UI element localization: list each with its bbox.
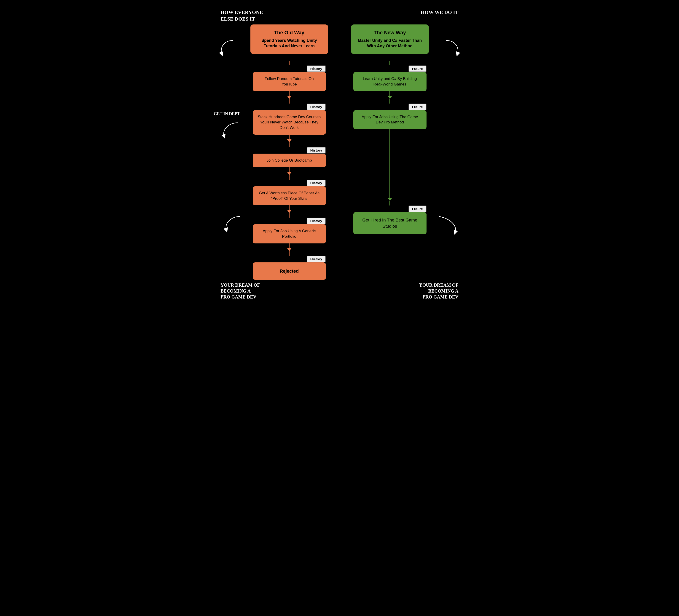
right-flow-item-2: Future Apply For Jobs Using The Game Dev… xyxy=(347,99,433,201)
left-line-6 xyxy=(289,251,290,256)
left-line-2 xyxy=(289,99,290,104)
left-line-1b xyxy=(289,91,290,96)
right-line-1b xyxy=(389,91,390,96)
left-arrow-1 xyxy=(287,96,292,99)
left-badge-row-2: History xyxy=(253,104,326,110)
bottom-right-label: Your Dream Of Becoming A Pro Game Dev xyxy=(419,282,458,300)
left-flow-item-4: History Get A Worthless Piece Of Paper A… xyxy=(246,175,333,213)
left-top-box: The Old Way Spend Years Watching Unity T… xyxy=(251,25,328,54)
flow-wrapper: The Old Way Spend Years Watching Unity T… xyxy=(214,25,465,280)
right-box-3: Get Hired In The Best Game Studios xyxy=(353,212,426,234)
right-badge-1: Future xyxy=(409,65,426,72)
left-top-box-subtitle: Spend Years Watching Unity Tutorials And… xyxy=(257,38,322,49)
left-top-box-title: The Old Way xyxy=(257,30,322,36)
left-badge-1: History xyxy=(307,65,326,72)
left-box-6: Rejected xyxy=(253,263,326,280)
page-container: How Everyone Else Does It How We Do It G… xyxy=(214,9,465,300)
header-left-label: How Everyone Else Does It xyxy=(221,9,263,22)
left-badge-row-3: History xyxy=(253,147,326,153)
left-badge-row-4: History xyxy=(253,180,326,186)
left-line-4b xyxy=(289,205,290,210)
left-badge-row-5: History xyxy=(253,217,326,224)
right-top-box-subtitle: Master Unity and C# Faster Than With Any… xyxy=(357,38,423,49)
right-box-2: Apply For Jobs Using The Game Dev Pro Me… xyxy=(353,110,426,129)
left-bot-arrow-svg xyxy=(215,212,247,235)
right-flow-item-1: Future Learn Unity and C# By Building Re… xyxy=(347,61,433,99)
left-top-arrow-svg xyxy=(215,36,243,59)
left-badge-6: History xyxy=(307,256,326,263)
left-flow-item-6: History Rejected xyxy=(246,251,333,280)
right-flow-items: Future Learn Unity and C# By Building Re… xyxy=(347,61,433,234)
left-box-3: Join College Or Bootcamp xyxy=(253,153,326,167)
header-right-label: How We Do It xyxy=(421,9,458,22)
left-line-3 xyxy=(289,142,290,147)
left-badge-4: History xyxy=(307,180,326,186)
right-badge-2: Future xyxy=(409,104,426,110)
right-top-box: The New Way Master Unity and C# Faster T… xyxy=(351,25,429,54)
right-badge-row-3: Future xyxy=(353,205,426,212)
left-flow-item-2: History Stack Hundreds Game Dev Courses … xyxy=(246,99,333,142)
right-arrow-2 xyxy=(388,198,392,201)
left-badge-3: History xyxy=(307,147,326,153)
header-row: How Everyone Else Does It How We Do It xyxy=(214,9,465,22)
left-line-4 xyxy=(289,175,290,180)
left-flow-items: History Follow Random Tutorials On YouTu… xyxy=(246,61,333,280)
left-box-1: Follow Random Tutorials On YouTube xyxy=(253,72,326,91)
left-flow-item-3: History Join College Or Bootcamp xyxy=(246,142,333,175)
right-line-3 xyxy=(389,201,390,205)
left-line-2b xyxy=(289,135,290,139)
right-badge-3: Future xyxy=(409,205,426,212)
bottom-labels-row: Your Dream Of Becoming A Pro Game Dev Yo… xyxy=(214,282,465,300)
right-box-1: Learn Unity and C# By Building Real-Worl… xyxy=(353,72,426,91)
left-line-3b xyxy=(289,167,290,172)
right-arrow-1 xyxy=(388,96,392,99)
left-box-4: Get A Worthless Piece Of Paper As "Proof… xyxy=(253,186,326,205)
left-line-1 xyxy=(289,61,290,65)
right-top-arrow-svg xyxy=(437,36,464,59)
left-arrow-5 xyxy=(287,248,292,251)
left-badge-row-1: History xyxy=(253,65,326,72)
left-flow-item-1: History Follow Random Tutorials On YouTu… xyxy=(246,61,333,99)
left-box-5: Apply For Job Using A Generic Portfolio xyxy=(253,224,326,243)
left-arrow-2 xyxy=(287,139,292,142)
left-badge-2: History xyxy=(307,104,326,110)
left-line-5 xyxy=(289,213,290,217)
right-badge-row-2: Future xyxy=(353,104,426,110)
right-bot-arrow-svg xyxy=(432,212,464,239)
left-flow-item-5: History Apply For Job Using A Generic Po… xyxy=(246,213,333,251)
left-badge-row-6: History xyxy=(253,256,326,263)
right-flow-item-3: Future Get Hired In The Best Game Studio… xyxy=(347,201,433,234)
right-line-1 xyxy=(389,61,390,65)
right-long-line xyxy=(389,134,390,198)
left-box-2: Stack Hundreds Game Dev Courses You'll N… xyxy=(253,110,326,135)
left-arrow-4 xyxy=(287,210,292,213)
right-top-box-title: The New Way xyxy=(357,30,423,36)
right-badge-row-1: Future xyxy=(353,65,426,72)
left-arrow-3 xyxy=(287,172,292,175)
right-line-2b xyxy=(389,129,390,134)
left-mid-arrow-svg xyxy=(215,118,247,141)
left-column: The Old Way Spend Years Watching Unity T… xyxy=(246,25,333,280)
bottom-left-label: Your Dream Of Becoming A Pro Game Dev xyxy=(221,282,260,300)
right-line-2 xyxy=(389,99,390,104)
left-line-5b xyxy=(289,243,290,248)
left-badge-5: History xyxy=(307,217,326,224)
right-column: The New Way Master Unity and C# Faster T… xyxy=(347,25,433,280)
